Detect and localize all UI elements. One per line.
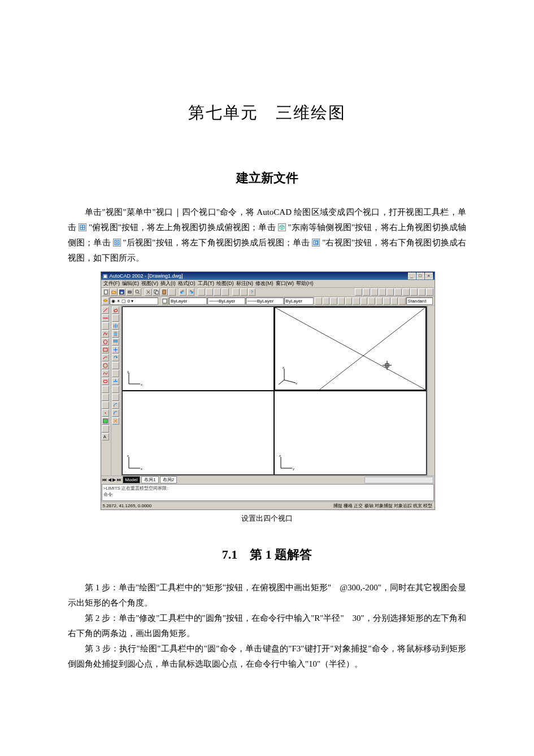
cut-button[interactable] bbox=[145, 288, 152, 296]
layer-dropdown[interactable]: ◉ ☀ ▢ 0 ▾ bbox=[110, 297, 158, 305]
pan-button[interactable] bbox=[198, 288, 205, 296]
break-button[interactable] bbox=[112, 394, 119, 401]
print-button[interactable] bbox=[126, 288, 133, 296]
text-button[interactable]: A bbox=[102, 433, 109, 440]
menu-modify[interactable]: 修改(M) bbox=[255, 280, 273, 287]
viewport-top-right[interactable]: x z bbox=[274, 306, 427, 391]
circle-button[interactable] bbox=[102, 362, 109, 369]
scale-button[interactable] bbox=[112, 362, 119, 369]
dim-angular-button[interactable] bbox=[345, 297, 352, 305]
dim-radius-button[interactable] bbox=[330, 297, 337, 305]
command-window[interactable]: >LIMITS 正在重置模型空间界限: 命令: bbox=[102, 484, 434, 501]
menu-file[interactable]: 文件(F) bbox=[103, 280, 120, 287]
paste-button[interactable] bbox=[160, 288, 168, 296]
region-button[interactable] bbox=[102, 425, 109, 433]
offset-button[interactable] bbox=[112, 330, 119, 338]
tab-layout1[interactable]: 布局1 bbox=[141, 476, 158, 483]
move-button[interactable] bbox=[112, 346, 119, 353]
menu-edit[interactable]: 编辑(E) bbox=[122, 280, 139, 287]
zoom-window-button[interactable] bbox=[214, 288, 221, 296]
view-back-button[interactable] bbox=[394, 288, 402, 296]
menu-insert[interactable]: 插入(I) bbox=[160, 280, 176, 287]
point-button[interactable] bbox=[102, 409, 109, 417]
help-button[interactable]: ? bbox=[248, 288, 255, 296]
linetype-dropdown[interactable]: ─── ByLayer bbox=[207, 297, 245, 305]
dim-continue-button[interactable] bbox=[361, 297, 367, 305]
ellipse-button[interactable] bbox=[102, 378, 109, 385]
zoom-button[interactable] bbox=[206, 288, 213, 296]
dim-aligned-button[interactable] bbox=[323, 297, 329, 305]
preview-button[interactable] bbox=[134, 288, 141, 296]
copy-obj-button[interactable] bbox=[112, 314, 119, 322]
copy-button[interactable] bbox=[153, 288, 160, 296]
tab-layout2[interactable]: 布局2 bbox=[160, 476, 177, 483]
view-sw-iso-button[interactable] bbox=[402, 288, 410, 296]
insert-button[interactable] bbox=[102, 394, 109, 401]
xline-button[interactable] bbox=[102, 314, 109, 322]
drawing-area[interactable]: x y x z bbox=[121, 306, 427, 476]
menu-tools[interactable]: 工具(T) bbox=[198, 280, 215, 287]
erase-button[interactable] bbox=[112, 306, 119, 314]
dim-linear-button[interactable] bbox=[315, 297, 322, 305]
status-toggle-buttons[interactable]: 捕捉 栅格 正交 极轴 对象捕捉 对象追踪 线宽 模型 bbox=[333, 503, 433, 509]
chamfer-button[interactable] bbox=[112, 401, 119, 409]
extend-button[interactable] bbox=[112, 386, 119, 393]
explode-button[interactable] bbox=[112, 417, 119, 425]
layer-manager-button[interactable] bbox=[102, 297, 109, 305]
menu-format[interactable]: 格式(O) bbox=[178, 280, 196, 287]
color-dropdown[interactable]: ByLayer bbox=[169, 297, 207, 305]
dim-center-button[interactable] bbox=[383, 297, 390, 305]
tab-arrow-last[interactable]: ⏭ bbox=[117, 477, 121, 482]
view-top-button[interactable] bbox=[355, 288, 362, 296]
tab-arrow-next[interactable]: ▶ bbox=[112, 477, 116, 482]
minimize-button[interactable]: _ bbox=[408, 273, 416, 279]
tab-model[interactable]: Model bbox=[123, 476, 141, 483]
undo-button[interactable] bbox=[179, 288, 186, 296]
view-ne-iso-button[interactable] bbox=[418, 288, 426, 296]
dim-edit-button[interactable] bbox=[391, 297, 398, 305]
redo-button[interactable] bbox=[187, 288, 194, 296]
dim-leader-button[interactable] bbox=[368, 297, 375, 305]
rotate-button[interactable] bbox=[112, 354, 119, 361]
dimstyle-dropdown[interactable]: Standard bbox=[406, 297, 433, 305]
array-button[interactable] bbox=[112, 338, 119, 345]
color-button[interactable] bbox=[162, 297, 168, 305]
viewport-bottom-left[interactable]: x z bbox=[122, 391, 275, 475]
viewport-bottom-right[interactable]: y z bbox=[274, 391, 427, 475]
polygon-button[interactable] bbox=[102, 338, 109, 345]
lineweight-dropdown[interactable]: ─── ByLayer bbox=[246, 297, 284, 305]
match-button[interactable] bbox=[168, 288, 176, 296]
save-button[interactable] bbox=[118, 288, 125, 296]
dim-diameter-button[interactable] bbox=[338, 297, 345, 305]
menu-dim[interactable]: 标注(N) bbox=[236, 280, 254, 287]
menu-view[interactable]: 视图(V) bbox=[141, 280, 158, 287]
horizontal-scrollbar[interactable] bbox=[364, 477, 433, 483]
menu-window[interactable]: 窗口(W) bbox=[276, 280, 294, 287]
dcenter-button[interactable] bbox=[240, 288, 248, 296]
spline-button[interactable] bbox=[102, 370, 109, 377]
plotstyle-dropdown[interactable]: ByLayer bbox=[284, 297, 314, 305]
fillet-button[interactable] bbox=[112, 409, 119, 417]
view-right-button[interactable] bbox=[379, 288, 386, 296]
arc-button[interactable] bbox=[102, 354, 109, 361]
view-nw-iso-button[interactable] bbox=[426, 288, 433, 296]
line-button[interactable] bbox=[102, 306, 109, 314]
menu-draw[interactable]: 绘图(D) bbox=[216, 280, 234, 287]
maximize-button[interactable]: □ bbox=[416, 273, 424, 279]
viewport-top-left[interactable]: x y bbox=[122, 306, 275, 391]
pline-button[interactable] bbox=[102, 330, 109, 338]
zoom-prev-button[interactable] bbox=[222, 288, 229, 296]
view-bottom-button[interactable] bbox=[363, 288, 370, 296]
block-button[interactable] bbox=[102, 401, 109, 409]
menu-help[interactable]: 帮助(H) bbox=[296, 280, 314, 287]
open-button[interactable] bbox=[110, 288, 118, 296]
dim-baseline-button[interactable] bbox=[353, 297, 359, 305]
stretch-button[interactable] bbox=[112, 370, 119, 377]
new-button[interactable] bbox=[102, 288, 110, 296]
vertical-scrollbar[interactable] bbox=[427, 306, 435, 476]
mirror-button[interactable] bbox=[112, 322, 119, 330]
view-left-button[interactable] bbox=[371, 288, 378, 296]
view-se-iso-button[interactable] bbox=[410, 288, 418, 296]
dim-style-button[interactable] bbox=[398, 297, 405, 305]
rectangle-button[interactable] bbox=[102, 346, 109, 353]
